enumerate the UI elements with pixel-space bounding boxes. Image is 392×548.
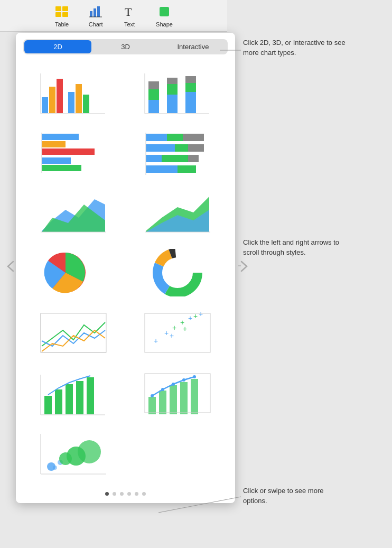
svg-rect-75 bbox=[76, 381, 83, 414]
next-arrow[interactable] bbox=[238, 260, 250, 273]
toolbar-chart-label: Chart bbox=[89, 21, 103, 27]
chart-option-mixed-bar-2[interactable] bbox=[126, 363, 230, 423]
svg-text:T: T bbox=[125, 5, 132, 18]
svg-point-84 bbox=[151, 394, 154, 397]
svg-rect-30 bbox=[42, 141, 66, 147]
svg-rect-2 bbox=[55, 12, 61, 17]
seg-interactive[interactable]: Interactive bbox=[160, 40, 227, 53]
dot-3[interactable] bbox=[120, 492, 124, 496]
svg-rect-35 bbox=[146, 134, 167, 141]
svg-text:+: + bbox=[199, 310, 203, 318]
toolbar-shape-label: Shape bbox=[156, 21, 173, 27]
chart-option-line[interactable] bbox=[21, 303, 126, 363]
chart-option-pie[interactable] bbox=[21, 243, 126, 303]
text-icon: T bbox=[122, 4, 137, 19]
dimension-selector: 2D 3D Interactive bbox=[23, 39, 228, 54]
annotation-bottom: Click or swipe to see more options. bbox=[243, 486, 349, 506]
pagination-dots bbox=[16, 487, 235, 503]
svg-rect-59 bbox=[41, 313, 106, 352]
svg-rect-3 bbox=[62, 12, 68, 17]
dot-5[interactable] bbox=[135, 492, 138, 496]
svg-rect-10 bbox=[42, 97, 48, 113]
toolbar-shape[interactable]: Shape bbox=[146, 1, 182, 31]
chart-option-area-2[interactable] bbox=[126, 182, 230, 243]
toolbar-chart[interactable]: Chart bbox=[79, 1, 113, 31]
svg-rect-40 bbox=[188, 144, 204, 152]
svg-rect-13 bbox=[68, 92, 74, 113]
chart-option-donut[interactable] bbox=[126, 243, 230, 303]
svg-text:+: + bbox=[183, 324, 187, 333]
annotation-middle: Click the left and right arrows to scrol… bbox=[243, 238, 349, 258]
annotation-top: Click 2D, 3D, or Interactive to see more… bbox=[243, 38, 349, 58]
chart-option-hbar-stacked[interactable] bbox=[126, 122, 230, 182]
dot-2[interactable] bbox=[113, 492, 116, 496]
toolbar-text[interactable]: T Text bbox=[113, 1, 146, 31]
dot-6[interactable] bbox=[142, 492, 146, 496]
toolbar-table-label: Table bbox=[55, 21, 69, 27]
svg-rect-71 bbox=[145, 313, 210, 352]
svg-rect-1 bbox=[62, 6, 68, 11]
svg-rect-31 bbox=[42, 148, 95, 155]
seg-2d[interactable]: 2D bbox=[24, 40, 91, 53]
svg-rect-21 bbox=[167, 95, 178, 113]
svg-rect-43 bbox=[188, 155, 199, 162]
dot-4[interactable] bbox=[127, 492, 131, 496]
svg-rect-82 bbox=[180, 382, 188, 414]
toolbar-table[interactable]: Table bbox=[45, 1, 79, 31]
chart-option-area[interactable] bbox=[21, 182, 126, 243]
svg-rect-5 bbox=[94, 8, 96, 17]
svg-point-88 bbox=[193, 375, 196, 378]
svg-point-58 bbox=[166, 261, 189, 284]
chart-picker-panel: 2D 3D Interactive bbox=[16, 33, 235, 503]
chart-option-bar-grouped[interactable] bbox=[21, 62, 126, 122]
svg-rect-72 bbox=[44, 396, 52, 414]
svg-rect-76 bbox=[87, 377, 94, 414]
svg-rect-15 bbox=[83, 95, 89, 113]
svg-rect-36 bbox=[167, 134, 183, 141]
chart-option-bubble[interactable] bbox=[21, 423, 126, 484]
svg-rect-41 bbox=[146, 155, 162, 162]
svg-rect-9 bbox=[160, 7, 169, 16]
svg-rect-23 bbox=[167, 78, 178, 84]
svg-point-87 bbox=[182, 378, 185, 382]
svg-rect-44 bbox=[146, 165, 178, 173]
svg-rect-22 bbox=[167, 84, 178, 95]
table-icon bbox=[54, 4, 69, 19]
svg-rect-19 bbox=[148, 89, 159, 100]
svg-text:+: + bbox=[193, 312, 198, 320]
svg-rect-25 bbox=[185, 83, 196, 92]
svg-point-85 bbox=[161, 388, 164, 391]
svg-rect-38 bbox=[146, 144, 175, 152]
chart-option-bar-stacked[interactable] bbox=[126, 62, 230, 122]
svg-point-95 bbox=[53, 466, 57, 470]
svg-rect-0 bbox=[55, 6, 61, 11]
svg-text:+: + bbox=[172, 323, 176, 332]
dot-1[interactable] bbox=[105, 492, 109, 496]
svg-rect-18 bbox=[148, 100, 159, 113]
svg-rect-80 bbox=[159, 391, 166, 414]
svg-rect-26 bbox=[185, 76, 196, 83]
svg-point-94 bbox=[78, 440, 101, 463]
chart-option-hbar-grouped[interactable] bbox=[21, 122, 126, 182]
svg-rect-24 bbox=[185, 92, 196, 113]
svg-text:+: + bbox=[154, 337, 158, 345]
svg-text:+: + bbox=[170, 331, 174, 340]
svg-rect-11 bbox=[49, 87, 55, 113]
svg-point-86 bbox=[172, 383, 175, 386]
seg-3d[interactable]: 3D bbox=[92, 40, 159, 53]
prev-arrow[interactable] bbox=[4, 260, 17, 273]
svg-rect-45 bbox=[178, 165, 196, 173]
chart-option-mixed-bar[interactable] bbox=[21, 363, 126, 423]
svg-text:+: + bbox=[164, 329, 169, 337]
svg-rect-14 bbox=[76, 84, 82, 113]
toolbar: Table Chart T Text Shape bbox=[0, 0, 227, 32]
toolbar-text-label: Text bbox=[124, 21, 135, 27]
chart-option-scatter[interactable]: + + + + + + + + + bbox=[126, 303, 230, 363]
svg-rect-33 bbox=[42, 165, 81, 171]
shape-icon bbox=[157, 4, 172, 19]
svg-text:+: + bbox=[188, 314, 192, 322]
chart-icon bbox=[88, 4, 103, 19]
svg-rect-74 bbox=[66, 384, 73, 414]
svg-rect-42 bbox=[162, 155, 188, 162]
svg-rect-83 bbox=[191, 379, 198, 414]
